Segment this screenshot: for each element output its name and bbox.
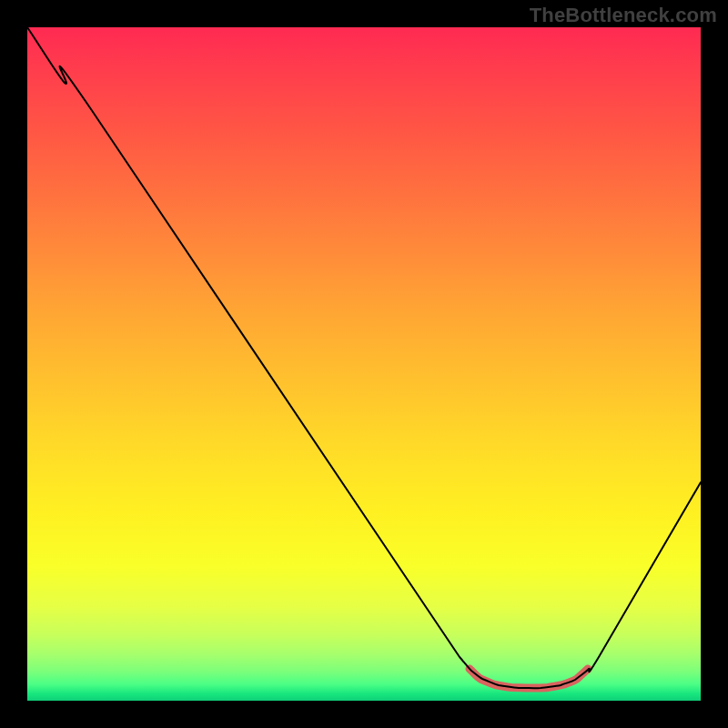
- plot-area: [27, 27, 701, 701]
- watermark-text: TheBottleneck.com: [530, 4, 717, 27]
- curve-svg: [27, 27, 701, 701]
- trough-highlight: [470, 669, 588, 688]
- main-curve: [27, 27, 701, 688]
- chart-frame: TheBottleneck.com: [0, 0, 728, 728]
